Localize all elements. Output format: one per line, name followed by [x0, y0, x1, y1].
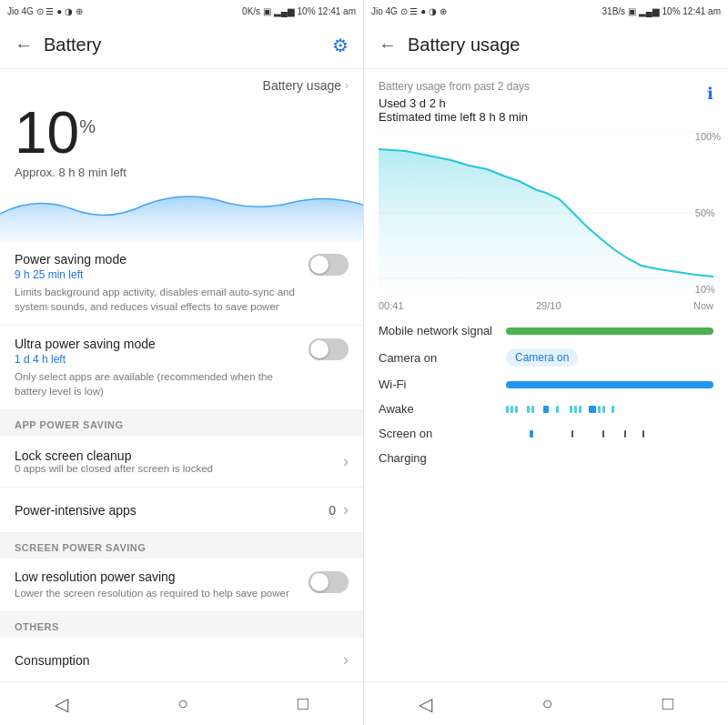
screen-on-dots [506, 430, 644, 438]
battery-number: 10 [15, 104, 79, 162]
awake-dot [579, 406, 581, 413]
power-saving-desc: Limits background app activity, disables… [15, 285, 301, 314]
battery-percent-display: 10 % [15, 104, 349, 162]
ultra-power-saving-toggle[interactable] [308, 338, 349, 360]
power-intensive-row[interactable]: Power-intensive apps 0 › [0, 488, 363, 533]
right-panel: Jio 4G ⊙ ☰ ● ◑ ⊕ 31B/s ▣ ▂▄▆ 10% 12:41 a… [364, 0, 728, 725]
consumption-title: Consumption [15, 653, 90, 668]
screen-power-saving-header: SCREEN POWER SAVING [0, 533, 363, 559]
power-intensive-right: 0 › [329, 500, 349, 519]
lock-screen-cleanup-content: Lock screen cleanup 0 apps will be close… [15, 448, 213, 474]
battery-usage-label: Battery usage [263, 78, 341, 93]
others-header: OTHERS [0, 612, 363, 638]
awake-dot [570, 406, 572, 413]
chart-y-labels: 100% 50% 10% [695, 131, 721, 295]
usage-info: Battery usage from past 2 days Used 3 d … [364, 69, 728, 131]
power-intensive-title: Power-intensive apps [15, 503, 136, 518]
usage-used: Used 3 d 2 h [379, 96, 530, 110]
wifi-bar-container [506, 381, 713, 388]
low-resolution-item: Low resolution power saving Lower the sc… [0, 559, 363, 612]
awake-dot [511, 406, 513, 413]
y-label-10: 10% [695, 284, 721, 295]
right-page-title: Battery usage [408, 35, 520, 55]
info-icon[interactable]: ℹ [707, 84, 713, 104]
right-header: ← Battery usage [364, 22, 728, 69]
consumption-row[interactable]: Consumption › [0, 638, 363, 681]
settings-button[interactable]: ⚙ [332, 35, 349, 56]
wifi-row: Wi-Fi [364, 372, 728, 397]
low-resolution-toggle[interactable] [308, 571, 349, 593]
wifi-label: Wi-Fi [379, 378, 506, 391]
awake-label: Awake [379, 402, 506, 416]
mobile-signal-label: Mobile network signal [379, 324, 506, 337]
camera-on-row: Camera on Camera on [364, 343, 728, 372]
approx-time: Approx. 8 h 8 min left [15, 162, 349, 186]
app-power-saving-header: APP POWER SAVING [0, 410, 363, 436]
awake-dot [612, 406, 614, 413]
right-back-button[interactable]: ← [379, 35, 397, 55]
camera-on-badge-container: Camera on [506, 348, 578, 367]
ultra-power-saving-item: Ultra power saving mode 1 d 4 h left Onl… [0, 326, 363, 410]
right-status-bar: Jio 4G ⊙ ☰ ● ◑ ⊕ 31B/s ▣ ▂▄▆ 10% 12:41 a… [364, 0, 728, 22]
awake-dot [515, 406, 518, 413]
power-intensive-chevron: › [343, 500, 349, 519]
back-nav-button[interactable]: ◁ [55, 693, 68, 715]
awake-dot [531, 406, 534, 413]
awake-dot [543, 406, 549, 413]
left-header: ← Battery ⚙ [0, 22, 363, 69]
power-saving-content: Power saving mode 9 h 25 min left Limits… [15, 252, 308, 314]
chart-x-labels: 00:41 29/10 Now [364, 298, 728, 318]
left-status-right: 0K/s ▣ ▂▄▆ 10% 12:41 am [242, 6, 356, 16]
left-status-bar: Jio 4G ⊙ ☰ ● ◑ ⊕ 0K/s ▣ ▂▄▆ 10% 12:41 am [0, 0, 363, 22]
awake-dot [589, 406, 596, 413]
awake-dots [506, 406, 614, 413]
usage-estimated: Estimated time left 8 h 8 min [379, 110, 530, 124]
lock-screen-cleanup-title: Lock screen cleanup [15, 448, 213, 463]
screen-dot [642, 430, 644, 438]
recents-nav-button[interactable]: □ [298, 693, 308, 714]
home-nav-button[interactable]: ○ [177, 693, 188, 714]
right-home-nav-button[interactable]: ○ [541, 693, 552, 714]
charging-row: Charging [364, 446, 728, 470]
awake-dot [602, 406, 605, 413]
battery-wave-chart [0, 186, 363, 241]
low-resolution-desc: Lower the screen resolution as required … [15, 586, 301, 600]
power-saving-title: Power saving mode [15, 252, 301, 267]
header-left-group: ← Battery [15, 35, 101, 55]
battery-usage-link[interactable]: Battery usage › [263, 78, 349, 93]
right-status-left: Jio 4G ⊙ ☰ ● ◑ ⊕ [371, 6, 447, 16]
screen-on-label: Screen on [379, 427, 506, 440]
y-label-100: 100% [695, 131, 721, 142]
camera-on-badge: Camera on [506, 348, 578, 367]
page-title: Battery [44, 35, 101, 55]
power-intensive-count: 0 [329, 503, 336, 518]
x-label-mid: 29/10 [536, 300, 561, 311]
lock-screen-cleanup-row[interactable]: Lock screen cleanup 0 apps will be close… [0, 436, 363, 488]
power-saving-time: 9 h 25 min left [15, 268, 301, 281]
ultra-power-saving-title: Ultra power saving mode [15, 337, 301, 351]
awake-dot [506, 406, 509, 413]
left-scroll-area[interactable]: Battery usage › 10 % Approx. 8 h 8 min l… [0, 69, 363, 681]
left-panel: Jio 4G ⊙ ☰ ● ◑ ⊕ 0K/s ▣ ▂▄▆ 10% 12:41 am… [0, 0, 364, 725]
left-status-left: Jio 4G ⊙ ☰ ● ◑ ⊕ [7, 6, 83, 16]
screen-dot [571, 430, 573, 438]
screen-dot [530, 430, 533, 438]
charging-bar-container [506, 455, 713, 462]
lock-screen-chevron: › [343, 452, 349, 471]
camera-on-label: Camera on [379, 351, 506, 365]
power-saving-toggle[interactable] [308, 254, 349, 276]
percent-sign: % [79, 116, 96, 137]
mobile-signal-bar-container [506, 327, 713, 335]
back-button[interactable]: ← [15, 35, 33, 55]
awake-dot [598, 406, 601, 413]
awake-row: Awake [364, 397, 728, 421]
battery-usage-link-row[interactable]: Battery usage › [0, 69, 363, 96]
x-label-start: 00:41 [379, 300, 404, 311]
ultra-power-saving-desc: Only select apps are available (recommen… [15, 369, 301, 398]
right-bottom-nav: ◁ ○ □ [364, 681, 728, 725]
right-recents-nav-button[interactable]: □ [662, 693, 673, 714]
right-back-nav-button[interactable]: ◁ [419, 693, 432, 715]
awake-dot [574, 406, 577, 413]
mobile-signal-bar [506, 327, 713, 335]
battery-percent-section: 10 % Approx. 8 h 8 min left [0, 96, 363, 186]
